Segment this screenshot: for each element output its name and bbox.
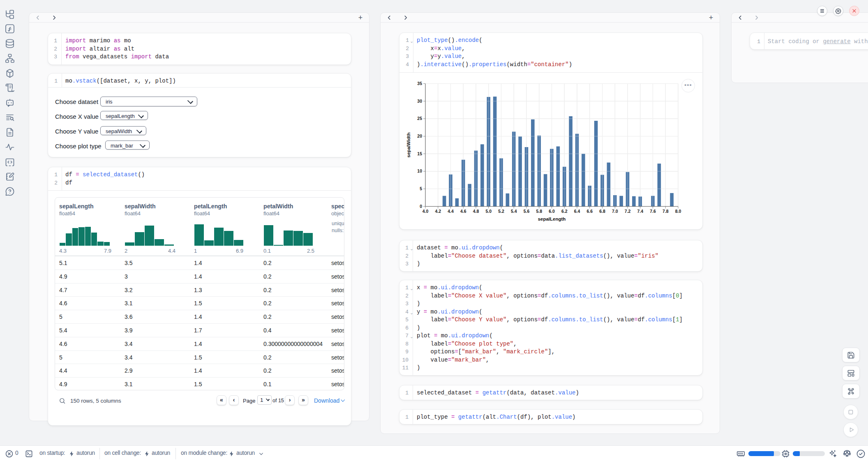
svg-text:7.4: 7.4 xyxy=(637,209,643,214)
svg-text:7.0: 7.0 xyxy=(612,209,618,214)
svg-text:6.6: 6.6 xyxy=(586,209,593,214)
svg-text:6.0: 6.0 xyxy=(549,209,555,214)
svg-text:0: 0 xyxy=(420,204,422,209)
svg-text:6.4: 6.4 xyxy=(574,209,580,214)
svg-text:25: 25 xyxy=(417,116,422,121)
svg-text:7.8: 7.8 xyxy=(663,209,669,214)
svg-text:7.2: 7.2 xyxy=(625,209,631,214)
svg-text:sepalWidth: sepalWidth xyxy=(406,132,411,157)
svg-text:6.8: 6.8 xyxy=(599,209,605,214)
svg-text:4.2: 4.2 xyxy=(435,209,441,214)
svg-text:10: 10 xyxy=(417,168,422,173)
svg-text:35: 35 xyxy=(417,81,422,86)
svg-text:20: 20 xyxy=(417,134,422,138)
svg-text:5.8: 5.8 xyxy=(536,209,542,214)
svg-text:4.0: 4.0 xyxy=(422,209,429,214)
svg-text:8.0: 8.0 xyxy=(675,209,681,214)
svg-text:5.6: 5.6 xyxy=(524,209,530,214)
svg-text:sepalLength: sepalLength xyxy=(538,217,566,221)
svg-text:5.4: 5.4 xyxy=(511,209,517,214)
svg-text:7.6: 7.6 xyxy=(650,209,656,214)
svg-text:5.0: 5.0 xyxy=(485,209,492,214)
svg-text:4.6: 4.6 xyxy=(460,209,466,214)
svg-text:15: 15 xyxy=(417,151,422,156)
svg-text:5.2: 5.2 xyxy=(498,209,504,214)
svg-text:30: 30 xyxy=(417,99,422,104)
svg-text:5: 5 xyxy=(420,186,422,191)
svg-text:4.8: 4.8 xyxy=(473,209,479,214)
svg-text:4.4: 4.4 xyxy=(448,209,454,214)
svg-text:6.2: 6.2 xyxy=(561,209,568,214)
